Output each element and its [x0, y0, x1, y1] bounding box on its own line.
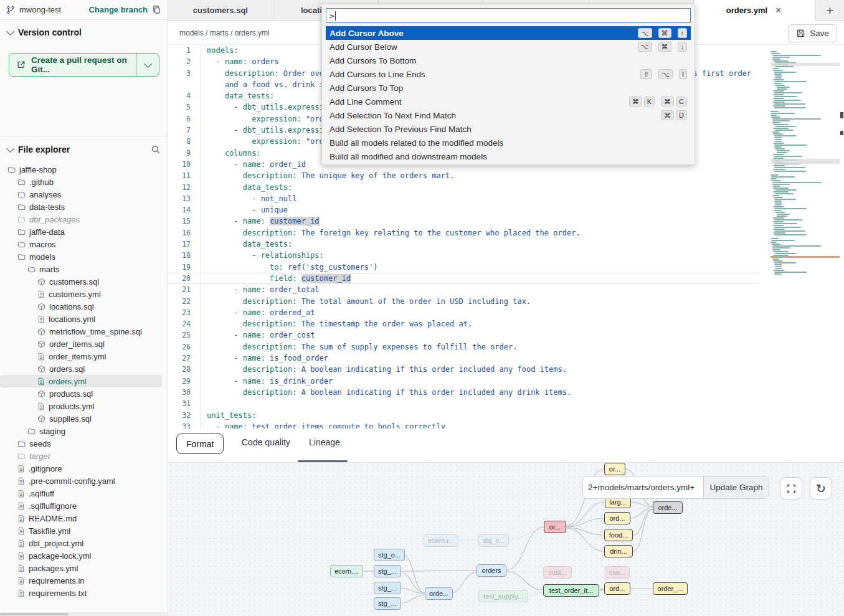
tree-item-.github[interactable]: .github	[0, 176, 168, 188]
tree-item-.gitignore[interactable]: .gitignore	[0, 462, 168, 475]
tree-item-seeds[interactable]: seeds	[0, 437, 168, 450]
tree-item-products.sql[interactable]: products.sql	[0, 387, 168, 400]
lineage-selector-input[interactable]: 2+models/marts/orders.yml+	[583, 476, 703, 498]
tree-item-staging[interactable]: staging	[0, 425, 168, 437]
tree-item-customers.sql[interactable]: customers.sql	[0, 275, 168, 288]
version-control-header[interactable]: Version control	[0, 20, 168, 42]
tree-item-orders.sql[interactable]: orders.sql	[0, 362, 168, 375]
format-button[interactable]: Format	[176, 434, 224, 454]
palette-item[interactable]: Add Cursors To Bottom	[326, 54, 691, 67]
tree-item-macros[interactable]: macros	[0, 238, 168, 250]
tab-orders.yml[interactable]: orders.yml✕	[694, 0, 815, 21]
tree-item-locations.yml[interactable]: locations.yml	[0, 313, 168, 325]
editor-line-16[interactable]: 16description: The foreign key relating …	[168, 227, 844, 239]
tree-item-target[interactable]: target	[0, 450, 168, 462]
tree-item-requirements.in[interactable]: requirements.in	[0, 574, 168, 587]
editor-line-21[interactable]: 21- name: order_total	[168, 284, 844, 295]
tree-item-customers.yml[interactable]: customers.yml	[0, 288, 168, 300]
minimap[interactable]	[771, 51, 840, 328]
lineage-node-ecom[interactable]: ecom....	[330, 565, 363, 577]
editor-line-14[interactable]: 14- unique	[168, 204, 844, 216]
update-graph-button[interactable]: Update Graph	[703, 476, 769, 498]
tree-item-supplies.sql[interactable]: supplies.sql	[0, 412, 168, 425]
editor-line-22[interactable]: 22description: The total amount of the o…	[168, 296, 844, 307]
tree-item-order_items.yml[interactable]: order_items.yml	[0, 350, 168, 362]
tree-item-order_items.sql[interactable]: order_items.sql	[0, 338, 168, 350]
close-icon[interactable]: ✕	[774, 6, 783, 15]
lineage-node-drin[interactable]: drin...	[604, 545, 633, 557]
tree-item-dbt_packages[interactable]: dbt_packages	[0, 213, 168, 225]
lineage-node-stg_o[interactable]: stg_o...	[374, 549, 405, 561]
editor-line-30[interactable]: 30description: A boolean indicating if t…	[168, 387, 844, 398]
save-button[interactable]: Save	[788, 24, 837, 42]
palette-item[interactable]: Build all modified and downstream models	[326, 149, 691, 163]
editor-line-29[interactable]: 29- name: is_drink_order	[168, 376, 844, 387]
lineage-node-stg_[interactable]: stg_...	[374, 565, 401, 577]
pull-request-dropdown-button[interactable]	[136, 54, 159, 76]
palette-item[interactable]: Add Selection To Previous Find Match	[326, 122, 691, 136]
lineage-node-or[interactable]: or...	[544, 521, 566, 533]
lineage-node-cus[interactable]: cus...	[605, 566, 630, 579]
palette-item[interactable]: Add Cursor Above⌥⌘↑	[326, 26, 691, 40]
editor-line-18[interactable]: 18- relationships:	[168, 250, 844, 261]
tree-item-analyses[interactable]: analyses	[0, 188, 168, 201]
lineage-node-ecomr[interactable]: ecom.r...	[424, 534, 458, 547]
editor-line-24[interactable]: 24description: The timestamp the order w…	[168, 318, 844, 329]
editor-line-13[interactable]: 13- not_null	[168, 193, 844, 204]
copy-icon[interactable]	[152, 5, 161, 14]
lineage-node-stg_[interactable]: stg_...	[374, 582, 401, 594]
lineage-node-orde[interactable]: orde...	[425, 587, 453, 600]
tree-item-jaffle-shop[interactable]: jaffle-shop	[0, 163, 168, 176]
lineage-node-test_order_it[interactable]: test_order_it...	[543, 584, 599, 597]
tree-item-packages.yml[interactable]: packages.yml	[0, 562, 168, 574]
tree-item-products.yml[interactable]: products.yml	[0, 400, 168, 412]
lineage-node-cust[interactable]: cust...	[543, 566, 572, 579]
editor-scrollbar[interactable]	[840, 45, 844, 429]
editor-line-23[interactable]: 23- name: ordered_at	[168, 307, 844, 318]
editor-line-27[interactable]: 27- name: is_food_order	[168, 353, 844, 364]
editor-line-20[interactable]: 20field: customer_id	[168, 273, 844, 284]
tree-item-data-tests[interactable]: data-tests	[0, 201, 168, 213]
lineage-node-test_supply[interactable]: test_supply...	[478, 590, 528, 602]
fullscreen-button[interactable]	[780, 477, 802, 500]
tree-item-.sqlfluff[interactable]: .sqlfluff	[0, 487, 168, 500]
palette-item[interactable]: Add Line Comment⌘K⌘C	[326, 95, 691, 108]
tree-item-.sqlfluffignore[interactable]: .sqlfluffignore	[0, 500, 168, 512]
tree-item-README.md[interactable]: README.md	[0, 512, 168, 524]
change-branch-link[interactable]: Change branch	[88, 5, 148, 14]
file-explorer-header[interactable]: File explorer	[0, 136, 168, 159]
palette-item[interactable]: Build all models related to the modified…	[326, 136, 691, 149]
lineage-node-order_[interactable]: order_...	[653, 582, 688, 595]
command-palette-input[interactable]: >	[326, 8, 691, 23]
tree-item-orders.yml[interactable]: orders.yml	[0, 375, 162, 387]
tree-item-metricflow_time_spine.sql[interactable]: metricflow_time_spine.sql	[0, 325, 168, 338]
editor-line-31[interactable]: 31	[168, 398, 844, 409]
lineage-node-orders[interactable]: orders	[477, 564, 506, 577]
tab-lineage[interactable]: Lineage	[309, 437, 340, 447]
search-icon[interactable]	[151, 145, 161, 154]
editor-line-15[interactable]: 15- name: customer_id	[168, 216, 844, 227]
tree-item-package-lock.yml[interactable]: package-lock.yml	[0, 549, 168, 562]
tree-item-marts[interactable]: marts	[0, 263, 168, 275]
lineage-node-food[interactable]: food...	[604, 529, 633, 541]
editor-line-25[interactable]: 25- name: order_cost	[168, 329, 844, 341]
tab-code-quality[interactable]: Code quality	[242, 437, 290, 447]
lineage-canvas[interactable]: 2+models/marts/orders.yml+ Update Graph …	[168, 462, 844, 616]
lineage-node-ord[interactable]: ord...	[604, 582, 630, 595]
tree-item-locations.sql[interactable]: locations.sql	[0, 300, 168, 313]
editor-line-33[interactable]: 33- name: test_order_items_compute_to_bo…	[168, 421, 844, 429]
editor-line-19[interactable]: 19to: ref('stg_customers')	[168, 262, 844, 273]
editor-line-28[interactable]: 28description: A boolean indicating if t…	[168, 364, 844, 375]
tree-item-dbt_project.yml[interactable]: dbt_project.yml	[0, 537, 168, 549]
lineage-node-orde[interactable]: orde...	[653, 501, 683, 514]
lineage-node-stg_[interactable]: stg_...	[374, 597, 401, 610]
tree-item-.pre-commit-config.yaml[interactable]: .pre-commit-config.yaml	[0, 475, 168, 487]
palette-item[interactable]: Add Cursors To Top	[326, 81, 691, 95]
palette-item[interactable]: Add Cursor Below⌥⌘↓	[326, 40, 691, 54]
editor-line-26[interactable]: 26description: The sum of supply expense…	[168, 341, 844, 353]
create-pull-request-main[interactable]: Create a pull request on Git...	[9, 54, 136, 76]
palette-item[interactable]: Add Cursors to Line Ends⇧⌥I	[326, 67, 691, 81]
tree-item-requirements.txt[interactable]: requirements.txt	[0, 587, 168, 599]
palette-item[interactable]: Add Selection To Next Find Match⌘D	[326, 108, 691, 122]
tree-item-models[interactable]: models	[0, 250, 168, 263]
